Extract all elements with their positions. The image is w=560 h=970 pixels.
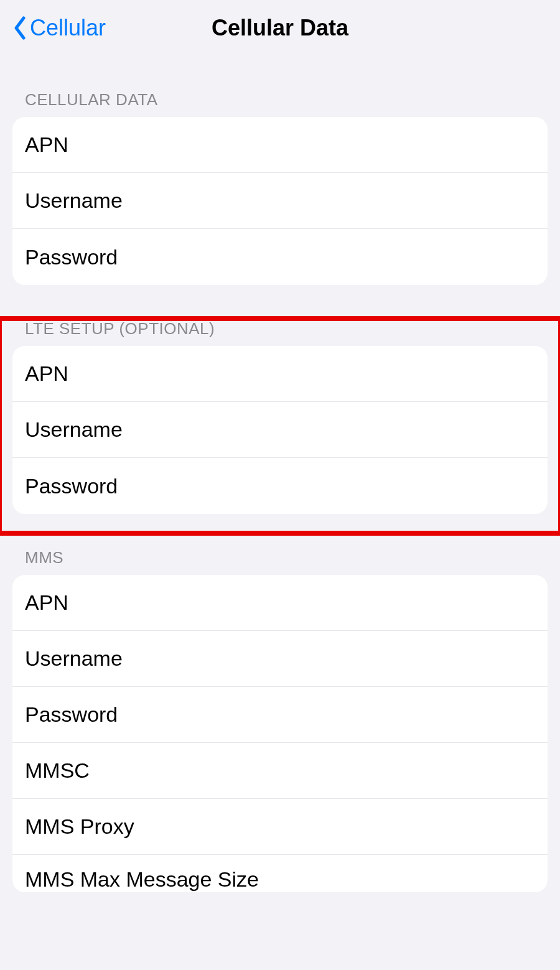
mms-list: APN Username Password MMSC MMS Proxy MMS… — [12, 575, 548, 892]
row-label: Username — [25, 646, 123, 671]
row-label: Password — [25, 245, 118, 269]
row-label: Password — [25, 474, 118, 498]
row-label: APN — [25, 361, 68, 386]
mms-password-row[interactable]: Password — [12, 687, 548, 743]
cellular-data-list: APN Username Password — [12, 117, 548, 285]
row-label: Username — [25, 417, 123, 442]
lte-setup-list: APN Username Password — [12, 346, 548, 514]
lte-username-row[interactable]: Username — [12, 402, 548, 458]
back-button[interactable]: Cellular — [12, 15, 106, 41]
cellular-data-username-row[interactable]: Username — [12, 173, 548, 229]
mms-mmsc-row[interactable]: MMSC — [12, 743, 548, 799]
row-label: MMSC — [25, 758, 90, 783]
mms-max-message-size-row[interactable]: MMS Max Message Size — [12, 855, 548, 892]
row-label: MMS Proxy — [25, 814, 134, 839]
cellular-data-apn-row[interactable]: APN — [12, 117, 548, 173]
row-label: APN — [25, 133, 68, 157]
row-label: APN — [25, 590, 68, 615]
mms-username-row[interactable]: Username — [12, 631, 548, 687]
mms-header: MMS — [12, 548, 548, 575]
lte-setup-header: LTE SETUP (OPTIONAL) — [12, 319, 548, 346]
navigation-bar: Cellular Cellular Data — [0, 0, 560, 56]
row-label: Password — [25, 702, 118, 727]
mms-proxy-row[interactable]: MMS Proxy — [12, 799, 548, 855]
mms-apn-row[interactable]: APN — [12, 575, 548, 631]
mms-section: MMS APN Username Password MMSC MMS Proxy… — [12, 548, 548, 892]
row-label: Username — [25, 189, 123, 213]
lte-apn-row[interactable]: APN — [12, 346, 548, 402]
cellular-data-section: CELLULAR DATA APN Username Password — [12, 90, 548, 285]
row-label: MMS Max Message Size — [25, 867, 259, 892]
lte-setup-section: LTE SETUP (OPTIONAL) APN Username Passwo… — [12, 319, 548, 514]
chevron-left-icon — [12, 16, 27, 40]
cellular-data-header: CELLULAR DATA — [12, 90, 548, 117]
lte-password-row[interactable]: Password — [12, 458, 548, 514]
back-label: Cellular — [30, 15, 106, 41]
cellular-data-password-row[interactable]: Password — [12, 229, 548, 285]
